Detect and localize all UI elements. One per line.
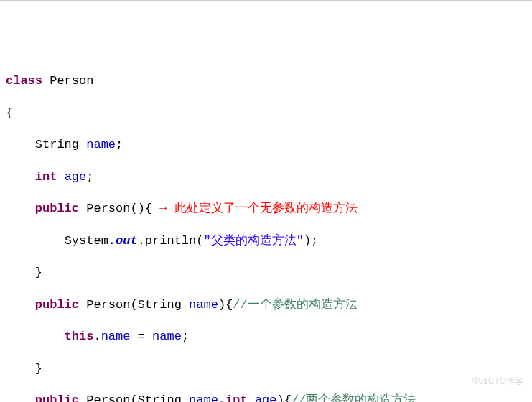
watermark: ©51CTO博客 [472,375,523,388]
param: age [255,393,277,402]
close: ); [304,234,318,248]
method-call: .println( [138,234,204,248]
keyword-public: public [35,298,79,312]
indent [6,362,35,375]
comma: , [218,393,225,402]
arrow-icon: → [159,202,167,215]
code-line: public Person(String name){//一个参数的构造方法 [6,296,526,314]
indent [6,202,35,215]
code-line: public Person(){ → 此处定义了一个无参数的构造方法 [6,200,526,218]
constructor: Person(String [79,298,189,312]
code-line: int age; [6,168,526,187]
comment: //一个参数的构造方法 [233,298,357,312]
constructor: Person(String [79,393,189,402]
keyword-class: class [6,74,42,88]
dot: . [93,329,101,343]
indent [6,266,35,279]
indent [6,170,35,184]
keyword-public: public [35,202,79,215]
indent [6,138,35,151]
classname: Person [50,74,93,88]
space [152,202,159,215]
keyword-int: int [225,393,248,402]
out-field: out [116,234,138,248]
equals: = [130,329,152,343]
code-line: } [6,263,526,282]
indent [6,234,65,248]
close: ){ [277,393,291,402]
field: name [101,329,131,343]
code-line: { [6,104,526,123]
semicolon: ; [116,138,123,151]
code-line: String name; [6,136,526,154]
annotation-text: 此处定义了一个无参数的构造方法 [167,202,357,215]
system: System. [65,234,116,248]
keyword-public: public [35,393,79,402]
code-line: class Person [6,72,526,90]
semicolon: ; [86,170,93,184]
keyword-int: int [35,170,57,184]
space [79,202,86,215]
code-line: } [6,360,526,378]
code-line: System.out.println("父类的构造方法"); [6,232,526,251]
space [42,74,50,88]
brace: } [35,266,42,279]
code-line: this.name = name; [6,327,526,346]
param: name [189,393,218,402]
close: ){ [218,298,233,312]
brace: } [35,362,42,375]
indent [6,393,35,402]
code-line: public Person(String name,int age){//两个参… [6,391,526,402]
space [57,170,64,184]
code-block: class Person { String name; int age; pub… [6,58,526,402]
comment: //两个参数的构造方法 [291,393,416,402]
field-name: age [65,170,87,184]
space [248,393,255,402]
constructor: Person(){ [86,202,152,215]
string-literal: "父类的构造方法" [203,234,303,248]
indent [6,329,65,343]
type: String [35,138,79,151]
field-name: name [86,138,116,151]
keyword-this: this [65,329,94,343]
brace: { [6,106,13,120]
space [79,138,86,151]
param: name [152,329,182,343]
indent [6,298,35,312]
semicolon: ; [182,329,189,343]
param: name [189,298,218,312]
